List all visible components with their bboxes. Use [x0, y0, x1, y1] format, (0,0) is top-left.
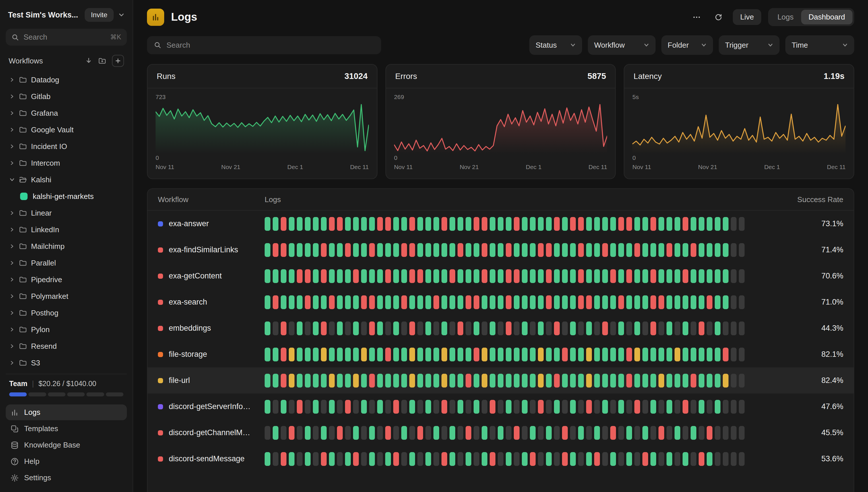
log-run-bar[interactable] — [313, 374, 319, 388]
log-run-bar[interactable] — [401, 452, 407, 466]
log-run-bar[interactable] — [433, 374, 439, 388]
log-run-bar[interactable] — [674, 400, 680, 414]
log-run-bar[interactable] — [626, 295, 632, 309]
log-run-bar[interactable] — [554, 243, 560, 257]
log-run-bar[interactable] — [538, 321, 544, 335]
log-run-bar[interactable] — [634, 400, 640, 414]
log-run-bar[interactable] — [731, 452, 737, 466]
log-run-bar[interactable] — [417, 400, 423, 414]
log-run-bar[interactable] — [474, 217, 479, 231]
log-run-bar[interactable] — [305, 400, 311, 414]
log-run-bar[interactable] — [586, 295, 592, 309]
log-run-bar[interactable] — [642, 217, 648, 231]
log-run-bar[interactable] — [377, 321, 383, 335]
log-run-bar[interactable] — [297, 452, 302, 466]
log-run-bar[interactable] — [369, 374, 375, 388]
log-run-bar[interactable] — [401, 348, 407, 361]
log-run-bar[interactable] — [433, 269, 439, 283]
log-run-bar[interactable] — [594, 217, 600, 231]
log-run-bar[interactable] — [674, 426, 680, 440]
log-run-bar[interactable] — [409, 374, 415, 388]
log-run-bar[interactable] — [273, 400, 278, 414]
log-run-bar[interactable] — [618, 348, 624, 361]
log-run-bar[interactable] — [691, 217, 696, 231]
log-run-bar[interactable] — [610, 243, 616, 257]
log-run-bar[interactable] — [377, 295, 383, 309]
log-run-bar[interactable] — [723, 374, 728, 388]
log-run-bar[interactable] — [522, 243, 527, 257]
log-run-bar[interactable] — [289, 426, 295, 440]
table-row-discord-getchannelm[interactable]: discord-getChannelM…45.5% — [148, 420, 854, 446]
log-run-bar[interactable] — [337, 295, 343, 309]
log-run-bar[interactable] — [361, 374, 367, 388]
log-run-bar[interactable] — [546, 452, 552, 466]
log-run-bar[interactable] — [393, 374, 399, 388]
log-run-bar[interactable] — [707, 400, 713, 414]
log-run-bar[interactable] — [570, 348, 576, 361]
log-run-bar[interactable] — [602, 321, 608, 335]
log-run-bar[interactable] — [723, 243, 728, 257]
log-run-bar[interactable] — [433, 243, 439, 257]
log-run-bar[interactable] — [683, 426, 688, 440]
log-run-bar[interactable] — [305, 374, 311, 388]
log-run-bar[interactable] — [634, 295, 640, 309]
log-run-bar[interactable] — [506, 374, 512, 388]
log-run-bar[interactable] — [538, 426, 544, 440]
log-run-bar[interactable] — [707, 269, 713, 283]
log-run-bar[interactable] — [514, 295, 520, 309]
log-run-bar[interactable] — [699, 400, 704, 414]
log-run-bar[interactable] — [530, 426, 536, 440]
log-run-bar[interactable] — [449, 348, 455, 361]
sidebar-folder-mailchimp[interactable]: Mailchimp — [6, 238, 127, 254]
log-run-bar[interactable] — [522, 426, 527, 440]
log-run-bar[interactable] — [570, 295, 576, 309]
log-run-bar[interactable] — [691, 400, 696, 414]
log-run-bar[interactable] — [618, 426, 624, 440]
log-run-bar[interactable] — [393, 321, 399, 335]
log-run-bar[interactable] — [650, 217, 656, 231]
log-run-bar[interactable] — [554, 400, 560, 414]
log-run-bar[interactable] — [417, 426, 423, 440]
log-run-bar[interactable] — [305, 321, 311, 335]
log-run-bar[interactable] — [337, 217, 343, 231]
log-run-bar[interactable] — [586, 348, 592, 361]
log-run-bar[interactable] — [506, 269, 512, 283]
log-run-bar[interactable] — [305, 348, 311, 361]
sidebar-item-settings[interactable]: Settings — [6, 470, 127, 486]
log-run-bar[interactable] — [642, 243, 648, 257]
log-run-bar[interactable] — [586, 269, 592, 283]
log-run-bar[interactable] — [337, 243, 343, 257]
log-run-bar[interactable] — [457, 217, 463, 231]
log-run-bar[interactable] — [498, 321, 503, 335]
log-run-bar[interactable] — [474, 452, 479, 466]
log-run-bar[interactable] — [297, 295, 302, 309]
log-run-bar[interactable] — [594, 400, 600, 414]
invite-button[interactable]: Invite — [85, 8, 114, 22]
log-run-bar[interactable] — [313, 452, 319, 466]
log-run-bar[interactable] — [449, 243, 455, 257]
log-run-bar[interactable] — [369, 348, 375, 361]
log-run-bar[interactable] — [498, 374, 503, 388]
log-run-bar[interactable] — [642, 321, 648, 335]
log-run-bar[interactable] — [265, 217, 270, 231]
log-run-bar[interactable] — [289, 400, 295, 414]
log-run-bar[interactable] — [482, 321, 488, 335]
log-run-bar[interactable] — [385, 374, 391, 388]
log-run-bar[interactable] — [562, 348, 568, 361]
log-run-bar[interactable] — [570, 243, 576, 257]
log-run-bar[interactable] — [650, 295, 656, 309]
log-run-bar[interactable] — [337, 426, 343, 440]
log-run-bar[interactable] — [691, 452, 696, 466]
log-run-bar[interactable] — [715, 348, 720, 361]
log-run-bar[interactable] — [634, 217, 640, 231]
log-run-bar[interactable] — [369, 295, 375, 309]
log-run-bar[interactable] — [442, 426, 447, 440]
log-run-bar[interactable] — [474, 426, 479, 440]
log-run-bar[interactable] — [377, 400, 383, 414]
log-run-bar[interactable] — [385, 400, 391, 414]
log-run-bar[interactable] — [618, 295, 624, 309]
log-run-bar[interactable] — [490, 452, 495, 466]
log-run-bar[interactable] — [723, 400, 728, 414]
log-run-bar[interactable] — [498, 243, 503, 257]
log-run-bar[interactable] — [642, 269, 648, 283]
